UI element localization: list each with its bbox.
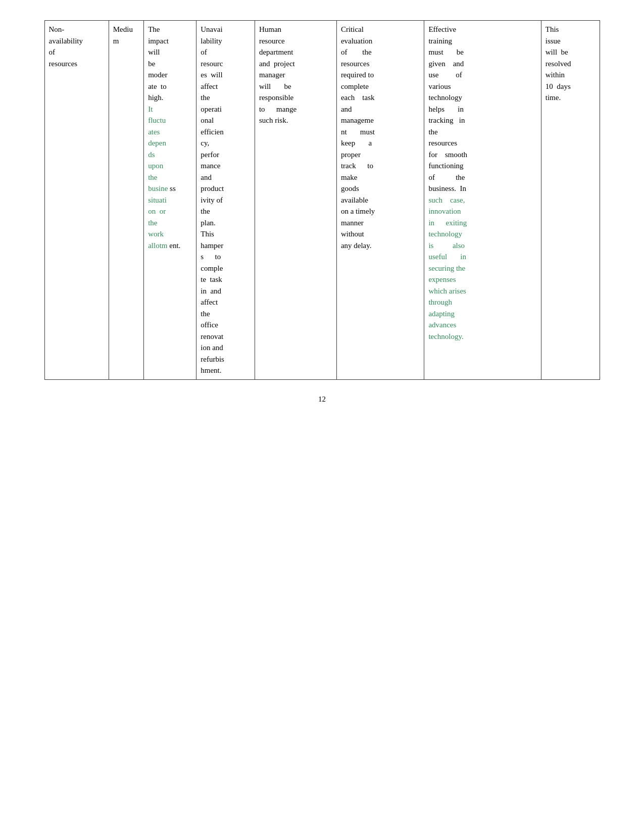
cell-col8-text: Thisissuewill beresolvedwithin10 daystim… — [546, 25, 571, 102]
cell-col2-text: Medium — [113, 25, 133, 45]
cell-col1: Non-availabilityofresources — [44, 21, 109, 380]
cell-col4-text: Unavailabilityofresources willaffecttheo… — [201, 25, 224, 374]
table-row: Non-availabilityofresources Medium Theim… — [44, 21, 600, 380]
cell-col3-text-teal: Itfluctuatesdependsuponthebusine — [148, 105, 170, 193]
main-table: Non-availabilityofresources Medium Theim… — [44, 20, 600, 380]
cell-col5: Humanresourcedepartmentand projectmanage… — [255, 21, 336, 380]
cell-col6-text: Criticalevaluationof theresourcesrequire… — [341, 25, 375, 250]
cell-col3-text-black3: ent. — [169, 241, 180, 250]
cell-col6: Criticalevaluationof theresourcesrequire… — [336, 21, 424, 380]
cell-col3-text-teal2: situation ortheworkallotm — [148, 196, 169, 250]
cell-col7-text-black: Effectivetrainingmust begiven anduse ofv… — [428, 25, 467, 192]
cell-col3: Theimpactwillbemoderate tohigh. Itfluctu… — [144, 21, 196, 380]
cell-col3-text-black2: ss — [170, 184, 176, 192]
cell-col7-text-teal: such case,innovationin exitingtechnology… — [428, 196, 467, 340]
cell-col2: Medium — [109, 21, 143, 380]
page-number: 12 — [44, 395, 600, 404]
cell-col4: Unavailabilityofresources willaffecttheo… — [196, 21, 255, 380]
cell-col5-text: Humanresourcedepartmentand projectmanage… — [259, 25, 296, 124]
page-container: Non-availabilityofresources Medium Theim… — [44, 20, 600, 404]
cell-col3-text-black1: Theimpactwillbemoderate tohigh. — [148, 25, 169, 102]
table-wrapper: Non-availabilityofresources Medium Theim… — [44, 20, 600, 380]
cell-col7: Effectivetrainingmust begiven anduse ofv… — [424, 21, 541, 380]
cell-col1-text: Non-availabilityofresources — [49, 25, 83, 68]
cell-col8: Thisissuewill beresolvedwithin10 daystim… — [541, 21, 600, 380]
